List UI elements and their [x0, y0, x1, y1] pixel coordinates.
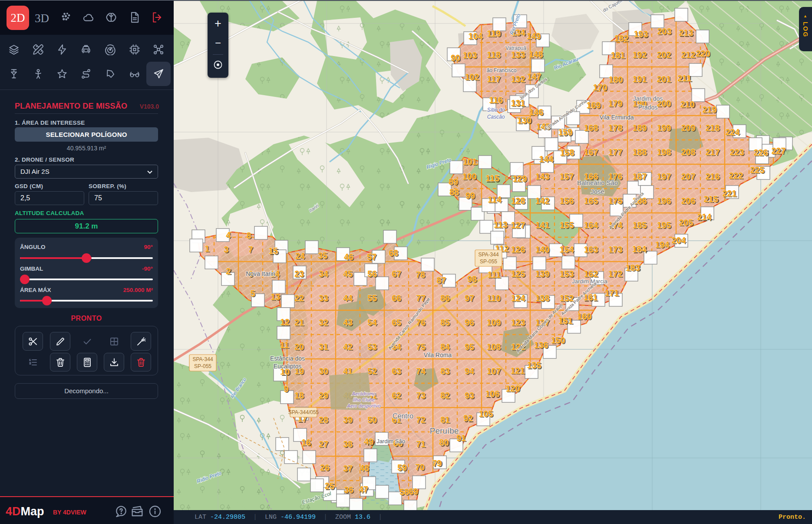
- svg-text:180: 180: [609, 75, 623, 84]
- svg-text:65: 65: [392, 318, 401, 327]
- svg-text:Cascão: Cascão: [487, 114, 505, 120]
- svg-text:43: 43: [343, 318, 353, 327]
- svg-text:Aero desportivo: Aero desportivo: [347, 403, 380, 408]
- svg-text:202: 202: [657, 50, 671, 60]
- svg-text:8: 8: [247, 231, 251, 240]
- svg-text:12: 12: [280, 317, 290, 327]
- svg-text:Vila Roma: Vila Roma: [424, 352, 452, 358]
- svg-text:50: 50: [367, 415, 377, 425]
- svg-text:36: 36: [344, 485, 353, 494]
- svg-text:20: 20: [294, 342, 304, 352]
- svg-text:198: 198: [657, 147, 671, 157]
- svg-text:124: 124: [511, 293, 525, 303]
- svg-text:210: 210: [680, 99, 695, 109]
- svg-text:205: 205: [679, 218, 693, 227]
- svg-text:173: 173: [608, 245, 623, 254]
- svg-text:144: 144: [539, 154, 554, 164]
- svg-text:46: 46: [344, 252, 353, 262]
- svg-text:218: 218: [706, 123, 720, 133]
- svg-text:143: 143: [535, 172, 550, 181]
- svg-text:224: 224: [726, 127, 740, 137]
- svg-text:101: 101: [463, 157, 477, 166]
- svg-text:69: 69: [409, 487, 418, 496]
- svg-text:22: 22: [294, 293, 304, 303]
- svg-text:160: 160: [578, 312, 592, 321]
- svg-text:99: 99: [465, 191, 475, 200]
- svg-text:73: 73: [416, 391, 426, 400]
- svg-text:165: 165: [584, 196, 598, 206]
- svg-text:33: 33: [319, 293, 328, 303]
- svg-text:68: 68: [389, 248, 398, 258]
- svg-text:38: 38: [343, 439, 353, 449]
- svg-text:162: 162: [584, 269, 598, 279]
- svg-text:25: 25: [325, 481, 334, 491]
- svg-text:83: 83: [440, 366, 450, 376]
- svg-text:179: 179: [608, 99, 623, 108]
- svg-text:53: 53: [367, 342, 377, 352]
- svg-text:102: 102: [465, 72, 479, 82]
- svg-text:132: 132: [511, 74, 525, 84]
- svg-text:15: 15: [268, 246, 278, 255]
- svg-text:52: 52: [367, 366, 377, 376]
- svg-text:SPA-344/055: SPA-344/055: [288, 409, 319, 415]
- svg-text:98: 98: [467, 274, 477, 284]
- svg-text:211: 211: [677, 73, 691, 83]
- svg-text:222: 222: [729, 171, 743, 180]
- svg-text:147: 147: [527, 72, 541, 81]
- svg-text:111: 111: [488, 270, 501, 279]
- svg-text:92: 92: [463, 413, 473, 423]
- svg-text:54: 54: [367, 318, 377, 327]
- svg-text:97: 97: [465, 293, 474, 303]
- svg-text:SPA-344: SPA-344: [192, 356, 213, 362]
- svg-text:24: 24: [295, 251, 305, 261]
- svg-text:58: 58: [399, 487, 409, 497]
- svg-text:150: 150: [551, 335, 565, 345]
- svg-text:148: 148: [529, 50, 543, 59]
- svg-text:26: 26: [320, 463, 330, 472]
- svg-text:153: 153: [560, 269, 574, 279]
- svg-text:28: 28: [319, 415, 328, 425]
- svg-text:104: 104: [469, 31, 483, 41]
- svg-text:59: 59: [397, 463, 407, 472]
- svg-text:189: 189: [633, 123, 647, 133]
- svg-text:23: 23: [294, 269, 304, 279]
- svg-text:62: 62: [392, 391, 401, 400]
- svg-text:35: 35: [318, 251, 327, 260]
- svg-text:141: 141: [535, 220, 550, 230]
- svg-text:196: 196: [657, 196, 671, 206]
- svg-text:199: 199: [657, 123, 671, 133]
- svg-text:220: 220: [696, 49, 710, 58]
- svg-text:163: 163: [584, 245, 598, 254]
- svg-text:ão Francisco: ão Francisco: [487, 67, 517, 73]
- svg-text:168: 168: [584, 123, 598, 133]
- svg-text:Estância dos: Estância dos: [270, 355, 305, 362]
- svg-text:32: 32: [319, 318, 328, 327]
- svg-text:42: 42: [343, 342, 353, 352]
- svg-text:187: 187: [633, 172, 647, 181]
- svg-text:182: 182: [614, 33, 629, 43]
- svg-text:114: 114: [488, 195, 502, 204]
- svg-text:169: 169: [587, 100, 601, 110]
- svg-text:118: 118: [487, 50, 501, 60]
- svg-text:87: 87: [436, 275, 446, 285]
- svg-text:47: 47: [359, 484, 368, 494]
- svg-text:151: 151: [558, 316, 573, 325]
- svg-text:1: 1: [205, 244, 210, 253]
- svg-text:89: 89: [449, 177, 458, 186]
- svg-text:140: 140: [535, 245, 550, 254]
- svg-text:44: 44: [343, 293, 353, 303]
- svg-text:7: 7: [248, 245, 253, 254]
- svg-text:16: 16: [301, 438, 311, 447]
- svg-text:175: 175: [608, 196, 623, 206]
- svg-text:96: 96: [465, 318, 474, 327]
- svg-text:Prados: Prados: [638, 104, 657, 111]
- svg-text:Ilha Clube: Ilha Clube: [353, 397, 375, 402]
- svg-text:39: 39: [343, 415, 353, 425]
- svg-text:Sítio do: Sítio do: [487, 107, 505, 113]
- svg-text:172: 172: [608, 269, 623, 279]
- svg-text:113: 113: [494, 220, 508, 229]
- svg-text:31: 31: [319, 342, 328, 352]
- svg-text:206: 206: [681, 196, 696, 206]
- svg-text:219: 219: [703, 105, 717, 114]
- svg-text:67: 67: [392, 269, 401, 279]
